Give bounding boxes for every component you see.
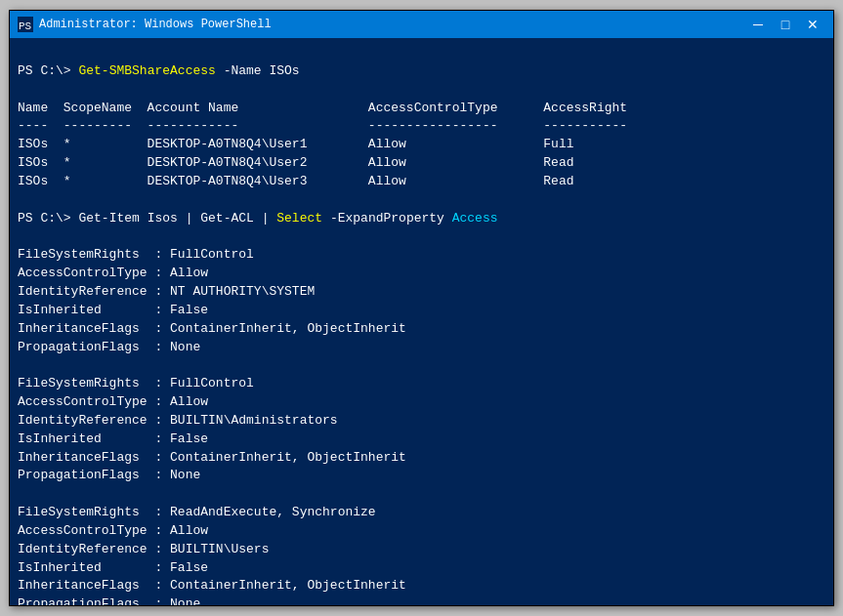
close-button[interactable]: ✕ (800, 15, 825, 34)
prompt-2: PS C:\> (18, 211, 78, 226)
cmd2-keyword: Select (276, 211, 322, 226)
window-controls: ─ □ ✕ (745, 15, 825, 34)
terminal-body[interactable]: PS C:\> Get-SMBShareAccess -Name ISOs Na… (10, 38, 833, 605)
maximize-button[interactable]: □ (773, 15, 798, 34)
cmd2-value: Access (452, 211, 498, 226)
cmd2-mid: -ExpandProperty (322, 211, 452, 226)
cmd2-pre: Get-Item Isos | Get-ACL | (78, 211, 276, 226)
cmd1-params: -Name ISOs (216, 63, 300, 78)
table-header: Name ScopeName Account Name AccessContro… (18, 101, 627, 188)
minimize-button[interactable]: ─ (745, 15, 771, 34)
prompt-1: PS C:\> (18, 63, 78, 78)
powershell-icon: PS (18, 17, 33, 32)
powershell-window: PS Administrator: Windows PowerShell ─ □… (9, 10, 834, 606)
svg-text:PS: PS (19, 21, 32, 32)
title-bar: PS Administrator: Windows PowerShell ─ □… (10, 11, 833, 38)
acl-block-1: FileSystemRights : FullControl AccessCon… (18, 247, 406, 605)
cmd1-name: Get-SMBShareAccess (78, 63, 215, 78)
window-title: Administrator: Windows PowerShell (39, 18, 745, 31)
